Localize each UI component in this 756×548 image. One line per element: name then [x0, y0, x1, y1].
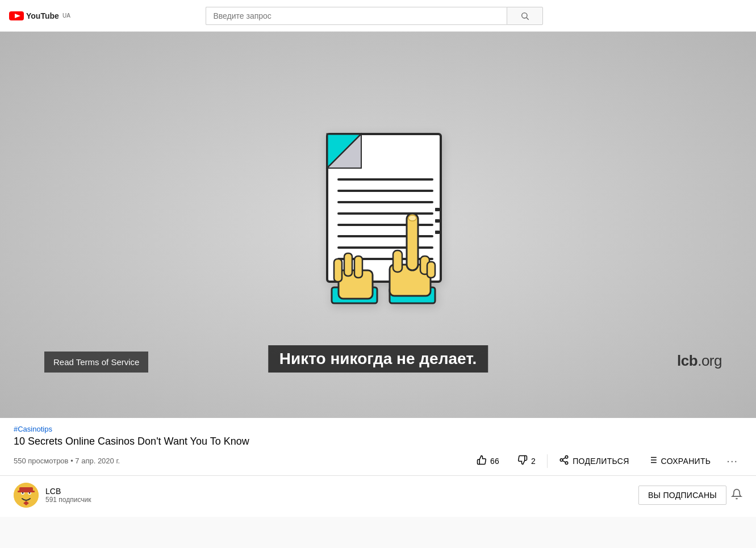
video-meta: 550 просмотров • 7 апр. 2020 г. 66	[14, 451, 742, 471]
video-container: Read Terms of Service Никто никогда не д…	[0, 32, 756, 418]
thumbs-up-icon	[477, 455, 487, 467]
search-button[interactable]	[507, 7, 543, 25]
like-count: 66	[490, 457, 499, 466]
lcb-watermark: lcb.org	[677, 352, 722, 370]
svg-rect-26	[407, 214, 418, 270]
dislike-button[interactable]: 2	[511, 451, 542, 470]
subtitle-overlay: Никто никогда не делает.	[268, 345, 488, 373]
svg-point-33	[565, 462, 568, 465]
svg-line-35	[563, 458, 566, 459]
header: YouTube UA	[0, 0, 756, 32]
video-meta-left: 550 просмотров • 7 апр. 2020 г.	[14, 457, 120, 465]
channel-row: LCB 591 подписчик ВЫ ПОДПИСАНЫ	[0, 475, 756, 517]
video-thumbnail[interactable]: Read Terms of Service Никто никогда не д…	[0, 32, 756, 418]
video-illustration	[282, 117, 475, 333]
subscribe-button[interactable]: ВЫ ПОДПИСАНЫ	[638, 486, 726, 505]
youtube-logo[interactable]: YouTube	[9, 10, 60, 22]
svg-rect-23	[354, 256, 362, 278]
thumbs-down-icon	[517, 455, 528, 467]
save-button[interactable]: СОХРАНИТЬ	[641, 451, 718, 470]
svg-rect-21	[334, 259, 342, 282]
search-input[interactable]	[206, 7, 507, 25]
share-label: ПОДЕЛИТЬСЯ	[573, 457, 629, 466]
video-info: #Casinotips 10 Secrets Online Casinos Do…	[0, 418, 756, 475]
video-hashtag[interactable]: #Casinotips	[14, 425, 742, 433]
share-icon	[559, 455, 569, 467]
like-button[interactable]: 66	[470, 451, 506, 470]
dislike-count: 2	[531, 457, 536, 466]
video-actions: 66 2	[470, 451, 742, 471]
svg-point-31	[565, 456, 568, 459]
svg-point-3	[522, 12, 527, 18]
svg-rect-16	[435, 208, 440, 211]
publish-date: 7 апр. 2020 г.	[75, 457, 120, 465]
channel-info: LCB 591 подписчик	[14, 483, 91, 508]
read-terms-button[interactable]: Read Terms of Service	[44, 352, 148, 373]
locale-badge: UA	[62, 12, 70, 19]
action-divider	[547, 454, 548, 468]
search-area	[206, 7, 543, 25]
save-label: СОХРАНИТЬ	[661, 457, 711, 466]
more-button[interactable]: ···	[722, 451, 742, 471]
channel-avatar[interactable]	[14, 483, 39, 508]
svg-rect-18	[435, 231, 440, 234]
video-title: 10 Secrets Online Casinos Don't Want You…	[14, 436, 742, 447]
svg-rect-29	[427, 262, 435, 278]
svg-rect-22	[344, 253, 352, 276]
view-count: 550 просмотров	[14, 457, 69, 465]
svg-rect-17	[435, 219, 440, 223]
share-button[interactable]: ПОДЕЛИТЬСЯ	[552, 451, 636, 470]
svg-line-34	[563, 461, 566, 462]
logo-area: YouTube UA	[9, 10, 70, 22]
svg-text:YouTube: YouTube	[26, 11, 59, 20]
meta-separator: •	[70, 457, 73, 465]
save-icon	[648, 455, 658, 467]
svg-point-32	[560, 459, 563, 462]
channel-details: LCB 591 подписчик	[45, 487, 91, 504]
svg-rect-27	[393, 250, 402, 272]
svg-point-30	[408, 215, 416, 221]
svg-rect-48	[18, 491, 35, 492]
channel-name[interactable]: LCB	[45, 487, 91, 496]
svg-line-4	[527, 18, 529, 20]
search-icon	[520, 11, 529, 20]
notification-bell-button[interactable]	[731, 488, 742, 503]
channel-subscribers: 591 подписчик	[45, 496, 91, 504]
bell-icon	[731, 488, 742, 500]
